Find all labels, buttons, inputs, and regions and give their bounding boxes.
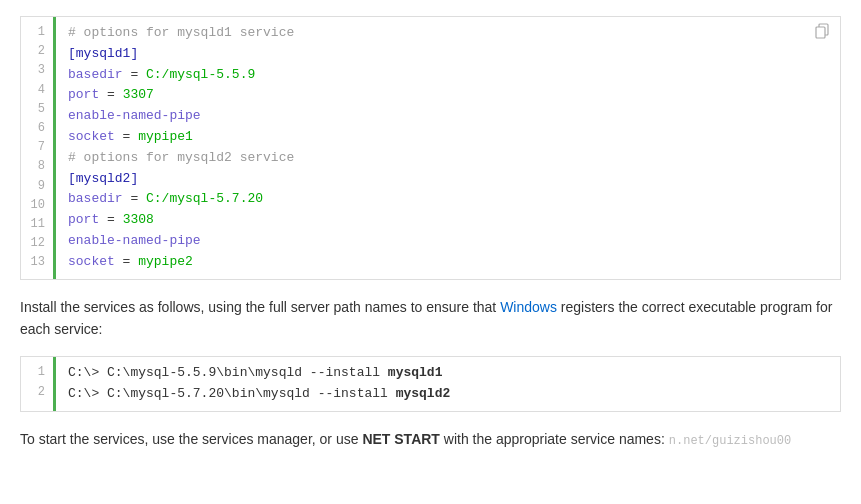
code-block-1: 12345678910111213 # options for mysqld1 …	[20, 16, 841, 280]
prose-1-before: Install the services as follows, using t…	[20, 299, 500, 315]
svg-rect-1	[816, 27, 825, 38]
code-line: C:\> C:\mysql-5.5.9\bin\mysqld --install…	[68, 363, 810, 384]
code-block-2: 12 C:\> C:\mysql-5.5.9\bin\mysqld --inst…	[20, 356, 841, 412]
copy-icon[interactable]	[814, 23, 832, 41]
code-line: # options for mysqld2 service	[68, 148, 810, 169]
prose-2: To start the services, use the services …	[20, 428, 841, 451]
line-numbers-2: 12	[21, 357, 53, 411]
watermark: n.net/guizishou00	[669, 434, 791, 448]
code-content-1: # options for mysqld1 service[mysqld1]ba…	[56, 17, 840, 279]
code-line: # options for mysqld1 service	[68, 23, 810, 44]
code-line: [mysqld1]	[68, 44, 810, 65]
line-numbers-1: 12345678910111213	[21, 17, 53, 279]
code-line: enable-named-pipe	[68, 231, 810, 252]
code-line: enable-named-pipe	[68, 106, 810, 127]
prose-1: Install the services as follows, using t…	[20, 296, 841, 341]
prose-2-bold: NET START	[362, 431, 440, 447]
code-line: C:\> C:\mysql-5.7.20\bin\mysqld --instal…	[68, 384, 810, 405]
prose-2-text1: To start the services, use the services …	[20, 431, 362, 447]
code-line: socket = mypipe1	[68, 127, 810, 148]
code-line: port = 3308	[68, 210, 810, 231]
code-line: basedir = C:/mysql-5.5.9	[68, 65, 810, 86]
code-line: basedir = C:/mysql-5.7.20	[68, 189, 810, 210]
code-line: socket = mypipe2	[68, 252, 810, 273]
code-line: port = 3307	[68, 85, 810, 106]
code-line: [mysqld2]	[68, 169, 810, 190]
prose-1-highlight: Windows	[500, 299, 557, 315]
code-content-2: C:\> C:\mysql-5.5.9\bin\mysqld --install…	[56, 357, 840, 411]
prose-2-text2: with the appropriate service names:	[440, 431, 665, 447]
